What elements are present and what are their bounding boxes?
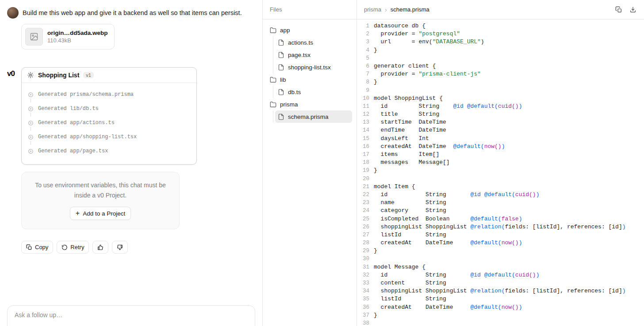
- line-number: 28: [357, 239, 369, 247]
- code-line-content: startTime DateTime: [369, 118, 446, 126]
- copy-code-button[interactable]: [615, 6, 623, 14]
- task-step[interactable]: Generated app/actions.ts: [22, 116, 196, 130]
- tree-file-shopping-list.tsx[interactable]: shopping-list.tsx: [275, 61, 352, 73]
- code-line-content: datasource db {: [369, 22, 426, 30]
- file-label: page.tsx: [288, 52, 310, 58]
- code-line: 38: [357, 319, 644, 326]
- code-line: 31model Message {: [357, 263, 644, 271]
- copy-button[interactable]: Copy: [21, 241, 53, 254]
- code-line-content: model ShoppingList {: [369, 95, 443, 102]
- retry-button[interactable]: Retry: [57, 241, 89, 254]
- step-label: Generated app/page.tsx: [38, 148, 108, 154]
- line-number: 38: [357, 319, 369, 326]
- code-line-content: id String @id @default(cuid()): [369, 102, 522, 110]
- followup-input[interactable]: [7, 305, 255, 326]
- line-number: 11: [357, 102, 369, 110]
- code-line-content: model Item {: [369, 183, 415, 191]
- step-circle-icon: [28, 106, 34, 112]
- file-label: actions.ts: [288, 39, 313, 46]
- step-circle-icon: [28, 92, 34, 98]
- breadcrumb-parent[interactable]: prisma: [364, 6, 381, 13]
- code-line-content: isCompleted Boolean @default(false): [369, 215, 522, 223]
- task-step[interactable]: Generated lib/db.ts: [22, 102, 196, 116]
- line-number: 16: [357, 143, 369, 151]
- retry-icon: [61, 244, 68, 250]
- task-step[interactable]: Generated app/shopping-list.tsx: [22, 130, 196, 144]
- add-to-project-button[interactable]: + Add to a Project: [70, 207, 131, 220]
- message-actions: Copy Retry: [21, 241, 255, 254]
- assistant-response: v0 Shopping List v1 Generated prisma/sch…: [7, 67, 255, 165]
- tree-file-page.tsx[interactable]: page.tsx: [275, 49, 352, 61]
- code-line: 33 content String: [357, 279, 644, 287]
- project-notice: To use environment variables, this chat …: [21, 172, 180, 229]
- gear-icon: [27, 72, 34, 79]
- tree-file-db.ts[interactable]: db.ts: [275, 86, 352, 98]
- attachment-size: 110.43kB: [47, 37, 108, 44]
- code-line: 4}: [357, 46, 644, 54]
- tree-folder-app[interactable]: app: [267, 24, 352, 36]
- code-line: 25 isCompleted Boolean @default(false): [357, 215, 644, 223]
- code-line-content: [369, 319, 374, 326]
- code-line-content: createdAt DateTime @default(now()): [369, 303, 522, 311]
- code-line-content: createdAt DateTime @default(now()): [369, 239, 522, 247]
- code-line: 23 name String: [357, 199, 644, 207]
- code-line-content: [369, 255, 374, 263]
- code-line-content: }: [369, 167, 377, 174]
- code-line-content: shoppingList ShoppingList @relation(fiel…: [369, 287, 626, 295]
- task-step[interactable]: Generated app/page.tsx: [22, 144, 196, 158]
- download-button[interactable]: [629, 6, 637, 14]
- task-card-header[interactable]: Shopping List v1: [22, 68, 196, 83]
- code-line: 36 createdAt DateTime @default(now()): [357, 303, 644, 311]
- tree-file-actions.ts[interactable]: actions.ts: [275, 36, 352, 49]
- code-line: 7 provider = "prisma-client-js": [357, 70, 644, 78]
- folder-icon: [270, 27, 276, 34]
- line-number: 27: [357, 231, 369, 239]
- code-line-content: createdAt DateTime @default(now()): [369, 143, 505, 151]
- code-line-content: shoppingList ShoppingList @relation(fiel…: [369, 223, 626, 231]
- code-line: 20: [357, 175, 644, 183]
- code-line: 14 endTime DateTime: [357, 126, 644, 134]
- code-line: 10model ShoppingList {: [357, 95, 644, 102]
- code-area: 1datasource db {2 provider = "postgresql…: [357, 19, 644, 326]
- line-number: 26: [357, 223, 369, 231]
- line-number: 13: [357, 118, 369, 126]
- v0-logo: v0: [7, 67, 21, 165]
- line-number: 24: [357, 207, 369, 215]
- folder-icon: [270, 101, 276, 108]
- thumbs-up-button[interactable]: [92, 241, 108, 254]
- code-line-content: }: [369, 247, 377, 255]
- retry-label: Retry: [70, 244, 84, 250]
- files-panel-header: Files: [263, 0, 356, 19]
- code-line: 16 createdAt DateTime @default(now()): [357, 143, 644, 151]
- step-label: Generated app/shopping-list.tsx: [38, 134, 137, 140]
- line-number: 29: [357, 247, 369, 255]
- tree-children: db.ts: [273, 86, 352, 98]
- line-number: 37: [357, 311, 369, 319]
- copy-icon: [26, 244, 32, 250]
- files-panel-title: Files: [270, 6, 282, 13]
- step-label: Generated app/actions.ts: [38, 120, 115, 126]
- line-number: 20: [357, 175, 369, 183]
- code-line-content: listId String: [369, 295, 446, 303]
- line-number: 12: [357, 110, 369, 118]
- breadcrumb-current[interactable]: schema.prisma: [391, 6, 429, 13]
- line-number: 25: [357, 215, 369, 223]
- thumbs-down-button[interactable]: [112, 241, 128, 254]
- line-number: 8: [357, 78, 369, 86]
- image-icon: [30, 32, 38, 41]
- code-line: 24 category String: [357, 207, 644, 215]
- line-number: 10: [357, 95, 369, 102]
- line-number: 1: [357, 22, 369, 30]
- tree-folder-prisma[interactable]: prisma: [267, 98, 352, 110]
- attachment-card[interactable]: origin…dd5ada.webp 110.43kB: [21, 24, 115, 49]
- code-line: 29}: [357, 247, 644, 255]
- file-label: schema.prisma: [288, 114, 329, 120]
- tree-folder-lib[interactable]: lib: [267, 73, 352, 86]
- code-line-content: content String: [369, 279, 446, 287]
- task-step[interactable]: Generated prisma/schema.prisma: [22, 87, 196, 102]
- download-icon: [629, 6, 636, 13]
- file-icon: [278, 52, 284, 58]
- code-line: 37}: [357, 311, 644, 319]
- tree-file-schema.prisma[interactable]: schema.prisma: [275, 110, 352, 123]
- line-number: 19: [357, 167, 369, 174]
